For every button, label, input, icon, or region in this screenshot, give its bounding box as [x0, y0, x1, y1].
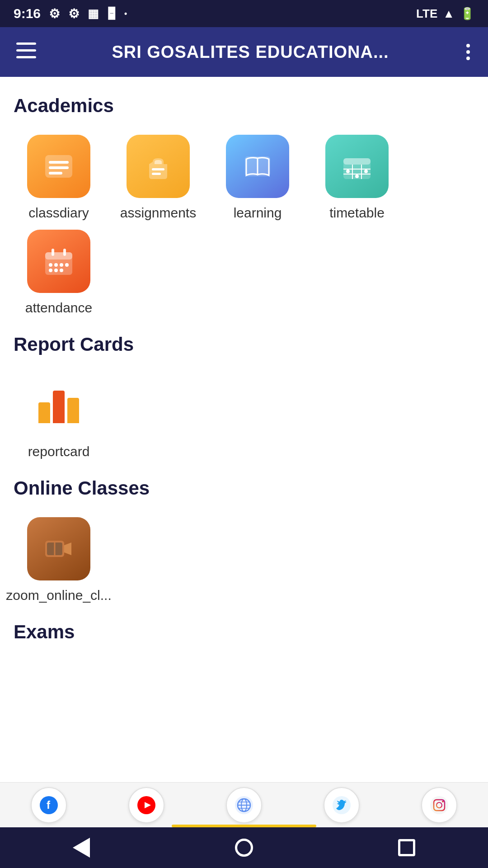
- svg-text:f: f: [47, 799, 51, 811]
- back-button[interactable]: [59, 833, 103, 862]
- classdiary-item[interactable]: classdiary: [14, 135, 104, 221]
- exams-title: Exams: [14, 621, 474, 643]
- battery-icon: 🔋: [460, 7, 474, 21]
- svg-point-24: [54, 263, 58, 267]
- attendance-label: attendance: [25, 300, 92, 316]
- lte-label: LTE: [416, 7, 437, 21]
- academics-section: Academics classdiary: [14, 95, 474, 316]
- assignments-icon-box: [127, 135, 190, 198]
- reportcard-chart: [38, 387, 79, 423]
- svg-rect-5: [49, 166, 69, 169]
- academics-grid: classdiary assignments: [14, 135, 474, 316]
- assignments-icon: [140, 148, 176, 184]
- yellow-accent-bar: [172, 825, 316, 827]
- facebook-button[interactable]: f: [31, 787, 67, 823]
- dot-icon: •: [124, 9, 127, 19]
- timetable-icon-box: [325, 135, 389, 198]
- svg-rect-21: [52, 249, 54, 256]
- learning-item[interactable]: learning: [212, 135, 303, 221]
- reportcards-title: Report Cards: [14, 334, 474, 355]
- assignments-label: assignments: [120, 205, 196, 221]
- onlineclasses-section: Online Classes zoom_online_cl...: [14, 477, 474, 603]
- learning-icon-box: [226, 135, 289, 198]
- svg-rect-2: [16, 56, 36, 58]
- learning-label: learning: [234, 205, 282, 221]
- svg-point-47: [442, 801, 444, 802]
- zoom-item[interactable]: zoom_online_cl...: [14, 517, 104, 603]
- more-options-button[interactable]: [465, 40, 472, 64]
- svg-point-27: [49, 269, 52, 272]
- zoom-label: zoom_online_cl...: [6, 588, 111, 603]
- svg-point-18: [364, 170, 368, 173]
- card-icon: 🁢: [107, 7, 116, 20]
- timetable-label: timetable: [329, 205, 385, 221]
- svg-point-16: [346, 170, 350, 173]
- attendance-icon-box: [27, 230, 90, 293]
- app-bar: SRI GOSALITES EDUCATIONA...: [0, 27, 488, 77]
- academics-title: Academics: [14, 95, 474, 117]
- assignments-item[interactable]: assignments: [113, 135, 203, 221]
- onlineclasses-title: Online Classes: [14, 477, 474, 499]
- website-button[interactable]: [226, 787, 262, 823]
- nav-bar: [0, 827, 488, 868]
- reportcards-section: Report Cards reportcard: [14, 334, 474, 459]
- svg-point-17: [355, 175, 359, 178]
- settings-icon-2: ⚙: [68, 6, 80, 21]
- reportcard-label: reportcard: [28, 444, 90, 459]
- zoom-icon: [41, 531, 77, 567]
- classdiary-icon: [41, 148, 77, 184]
- svg-rect-4: [49, 161, 69, 164]
- twitter-button[interactable]: [324, 787, 360, 823]
- classdiary-label: classdiary: [28, 205, 89, 221]
- social-bar: f: [0, 782, 488, 827]
- signal-icon: ▲: [443, 7, 455, 21]
- attendance-icon: [41, 243, 77, 279]
- instagram-button[interactable]: [421, 787, 457, 823]
- sim-icon: ▦: [88, 7, 99, 21]
- onlineclasses-grid: zoom_online_cl...: [14, 517, 474, 603]
- svg-rect-6: [49, 172, 62, 175]
- svg-rect-7: [152, 168, 164, 170]
- timetable-icon: [339, 148, 375, 184]
- reportcard-icon-box: [27, 373, 90, 437]
- learning-icon: [239, 148, 276, 184]
- svg-point-23: [49, 263, 52, 267]
- svg-rect-8: [152, 173, 161, 175]
- home-button[interactable]: [221, 834, 267, 861]
- status-time: 9:16: [14, 6, 41, 21]
- svg-rect-1: [16, 49, 36, 52]
- svg-point-28: [54, 269, 58, 272]
- zoom-icon-box: [27, 517, 90, 580]
- status-bar: 9:16 ⚙ ⚙ ▦ 🁢 • LTE ▲ 🔋: [0, 0, 488, 27]
- svg-rect-11: [343, 158, 371, 165]
- settings-icon-1: ⚙: [49, 6, 60, 21]
- exams-section: Exams: [14, 621, 474, 643]
- svg-rect-0: [16, 42, 36, 45]
- recents-button[interactable]: [385, 835, 429, 861]
- app-title: SRI GOSALITES EDUCATIONA...: [36, 42, 465, 62]
- svg-point-26: [65, 263, 69, 267]
- svg-rect-20: [45, 252, 72, 259]
- svg-point-29: [60, 269, 63, 272]
- timetable-item[interactable]: timetable: [312, 135, 402, 221]
- main-content: Academics classdiary: [0, 77, 488, 670]
- reportcards-grid: reportcard: [14, 373, 474, 459]
- youtube-button[interactable]: [128, 787, 164, 823]
- classdiary-icon-box: [27, 135, 90, 198]
- reportcard-item[interactable]: reportcard: [14, 373, 104, 459]
- status-left: 9:16 ⚙ ⚙ ▦ 🁢 •: [14, 6, 127, 21]
- svg-point-44: [430, 796, 448, 814]
- svg-point-25: [60, 263, 63, 267]
- status-right: LTE ▲ 🔋: [416, 7, 474, 21]
- svg-rect-22: [63, 249, 66, 256]
- hamburger-menu-button[interactable]: [16, 42, 36, 62]
- attendance-item[interactable]: attendance: [14, 230, 104, 316]
